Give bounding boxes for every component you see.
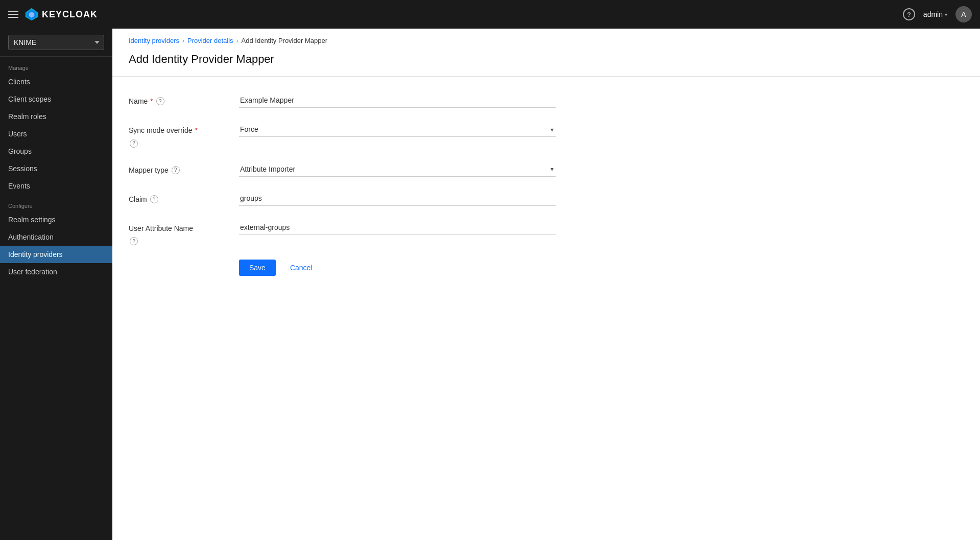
keycloak-logo-icon [25,7,39,21]
claim-help-icon[interactable]: ? [150,195,158,203]
breadcrumb-current: Add Identity Provider Mapper [242,37,327,44]
name-required-marker: * [150,97,153,105]
sync-mode-select[interactable]: ForceInheritLegacy [239,122,556,137]
sync-mode-label: Sync mode override * ? [129,122,231,148]
page-title: Add Identity Provider Mapper [129,53,964,66]
logo: KEYCLOAK [25,7,98,21]
sidebar-item-sessions[interactable]: Sessions [0,160,112,177]
logo-text: KEYCLOAK [42,9,98,20]
save-button[interactable]: Save [239,260,276,276]
user-attr-field-row: User Attribute Name ? [129,220,556,246]
manage-section-label: Manage [0,57,112,73]
name-label: Name * ? [129,93,231,105]
form-area: Name * ? Sync mode override * ? [112,77,572,292]
claim-input[interactable] [239,191,556,206]
admin-menu-button[interactable]: admin ▾ [923,10,947,18]
cancel-button[interactable]: Cancel [282,260,321,276]
user-attr-help-icon[interactable]: ? [130,237,138,245]
name-field-row: Name * ? [129,93,556,108]
sidebar-item-authentication[interactable]: Authentication [0,228,112,246]
mapper-type-help-icon[interactable]: ? [172,166,180,174]
user-attr-input[interactable] [239,220,556,235]
mapper-type-label: Mapper type ? [129,162,231,174]
sidebar-item-realm-settings[interactable]: Realm settings [0,211,112,228]
sync-mode-field-row: Sync mode override * ? ForceInheritLegac… [129,122,556,148]
name-control [239,93,556,108]
sidebar-item-users[interactable]: Users [0,125,112,143]
main-content: Identity providers › Provider details › … [112,29,980,540]
menu-toggle-button[interactable] [8,11,18,18]
sync-mode-control: ForceInheritLegacy ▾ [239,122,556,137]
admin-label: admin [923,10,943,18]
sync-mode-select-wrap: ForceInheritLegacy ▾ [239,122,556,137]
realm-select[interactable]: KNIME [8,35,104,50]
claim-control [239,191,556,206]
sidebar-item-clients[interactable]: Clients [0,73,112,90]
sync-mode-required-marker: * [195,126,198,134]
claim-field-row: Claim ? [129,191,556,206]
form-button-row: Save Cancel [239,260,556,276]
sidebar-item-events[interactable]: Events [0,177,112,195]
user-attr-label: User Attribute Name ? [129,220,231,246]
claim-label: Claim ? [129,191,231,203]
sidebar-item-groups[interactable]: Groups [0,143,112,160]
realm-selector[interactable]: KNIME [0,29,112,57]
breadcrumb: Identity providers › Provider details › … [112,29,980,49]
sync-mode-help-icon[interactable]: ? [130,139,138,148]
breadcrumb-identity-providers[interactable]: Identity providers [129,37,179,44]
mapper-type-control: Attribute ImporterHardcoded RoleHardcode… [239,162,556,177]
topnav: KEYCLOAK ? admin ▾ A [0,0,980,29]
sidebar-item-identity-providers[interactable]: Identity providers [0,246,112,263]
breadcrumb-sep-1: › [182,37,184,44]
breadcrumb-provider-details[interactable]: Provider details [187,37,233,44]
user-attr-control [239,220,556,235]
admin-caret-icon: ▾ [945,12,947,17]
configure-section-label: Configure [0,195,112,211]
avatar[interactable]: A [955,6,972,22]
sidebar-item-client-scopes[interactable]: Client scopes [0,90,112,108]
mapper-type-select[interactable]: Attribute ImporterHardcoded RoleHardcode… [239,162,556,177]
name-help-icon[interactable]: ? [156,97,164,105]
sidebar-item-realm-roles[interactable]: Realm roles [0,108,112,125]
sidebar: KNIME Manage Clients Client scopes Realm… [0,29,112,540]
sidebar-item-user-federation[interactable]: User federation [0,263,112,280]
page-header: Add Identity Provider Mapper [112,49,980,77]
mapper-type-select-wrap: Attribute ImporterHardcoded RoleHardcode… [239,162,556,177]
mapper-type-field-row: Mapper type ? Attribute ImporterHardcode… [129,162,556,177]
breadcrumb-sep-2: › [236,37,238,44]
name-input[interactable] [239,93,556,108]
help-icon[interactable]: ? [903,8,915,20]
